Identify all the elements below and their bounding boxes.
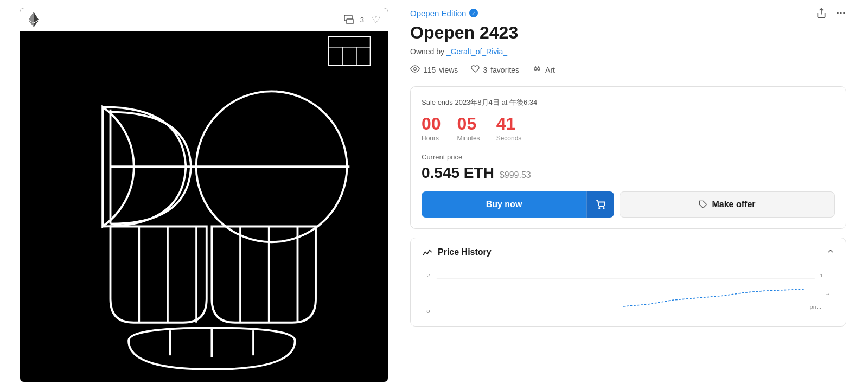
more-options-icon[interactable] (835, 8, 846, 18)
category-label: Art (545, 66, 555, 74)
svg-point-18 (840, 12, 841, 14)
sale-card: Sale ends 2023年8月4日 at 午後6:34 00 Hours 0… (410, 86, 846, 229)
hours-countdown: 00 Hours (422, 115, 441, 142)
svg-rect-5 (356, 47, 371, 66)
minutes-label: Minutes (457, 135, 480, 142)
svg-text:2: 2 (426, 272, 430, 278)
nft-image-panel: 3 ♡ (20, 8, 388, 382)
hours-number: 00 (422, 115, 441, 132)
price-history-collapse-icon[interactable] (826, 247, 835, 258)
price-history-section: Price History 2 0 1 pri... → (410, 238, 846, 327)
make-offer-label: Make offer (712, 200, 755, 209)
svg-text:0: 0 (426, 309, 430, 314)
eth-price: 0.545 ETH (422, 164, 494, 182)
buy-cart-button[interactable] (586, 191, 614, 218)
buy-now-button[interactable]: Buy now (422, 191, 586, 218)
collection-name[interactable]: Opepen Edition ✓ (410, 9, 478, 18)
price-history-title: Price History (422, 247, 492, 257)
owned-by: Owned by _Geralt_of_Rivia_ (410, 47, 846, 56)
favorites-stat: 3 favorites (471, 65, 519, 75)
favorites-heart-icon (471, 65, 480, 75)
views-label: views (439, 66, 458, 74)
nft-artwork (20, 8, 388, 382)
header-actions (816, 8, 846, 18)
svg-rect-1 (347, 19, 353, 24)
buy-now-wrapper: Buy now (422, 191, 614, 218)
svg-point-26 (599, 208, 600, 209)
price-label: Current price (422, 153, 835, 161)
category-stat: Art (532, 65, 555, 75)
seconds-label: Seconds (496, 135, 522, 142)
svg-text:1: 1 (820, 272, 823, 278)
action-buttons: Buy now Make offer (422, 191, 835, 218)
right-panel: Opepen Edition ✓ Opepen 2423 Owned by _G… (388, 0, 868, 390)
minutes-number: 05 (457, 115, 477, 132)
heart-icon[interactable]: ♡ (372, 14, 380, 25)
countdown-row: 00 Hours 05 Minutes 41 Seconds (422, 115, 835, 142)
svg-point-17 (837, 12, 839, 14)
seconds-countdown: 41 Seconds (496, 115, 522, 142)
verified-badge: ✓ (469, 9, 478, 17)
image-topbar: 3 ♡ (20, 8, 388, 31)
stats-row: 115 views 3 favorites Art (410, 65, 846, 75)
views-count: 115 (423, 66, 436, 74)
hours-label: Hours (422, 135, 439, 142)
favorites-label: favorites (490, 66, 519, 74)
collection-name-text: Opepen Edition (410, 9, 466, 18)
eye-icon (410, 65, 420, 75)
views-stat: 115 views (410, 65, 458, 75)
owner-link[interactable]: _Geralt_of_Rivia_ (446, 47, 507, 56)
svg-rect-2 (329, 37, 371, 66)
owned-by-label: Owned by (410, 47, 444, 56)
svg-point-19 (843, 12, 845, 14)
svg-point-21 (534, 68, 537, 70)
svg-text:pri...: pri... (810, 304, 822, 310)
svg-text:→: → (825, 291, 830, 297)
expand-icon[interactable] (344, 15, 354, 24)
svg-point-27 (603, 208, 604, 209)
svg-point-20 (414, 68, 417, 71)
favorites-count: 3 (483, 66, 487, 74)
price-history-header[interactable]: Price History (411, 238, 846, 266)
seconds-number: 41 (496, 115, 516, 132)
price-history-label: Price History (438, 247, 492, 257)
price-history-chart: 2 0 1 pri... → (411, 266, 846, 326)
usd-price: $999.53 (500, 170, 531, 180)
price-row: 0.545 ETH $999.53 (422, 164, 835, 182)
category-icon (532, 65, 542, 75)
minutes-countdown: 05 Minutes (457, 115, 480, 142)
topbar-right-actions: 3 ♡ (344, 14, 380, 25)
svg-rect-3 (329, 47, 342, 66)
sale-ends-text: Sale ends 2023年8月4日 at 午後6:34 (422, 98, 835, 107)
nft-title: Opepen 2423 (410, 23, 846, 43)
svg-rect-4 (342, 47, 356, 66)
make-offer-button[interactable]: Make offer (620, 191, 835, 218)
fav-count: 3 (360, 16, 364, 24)
share-icon[interactable] (816, 8, 827, 18)
svg-point-22 (538, 68, 540, 70)
ethereum-icon (28, 14, 40, 25)
collection-row: Opepen Edition ✓ (410, 8, 846, 18)
